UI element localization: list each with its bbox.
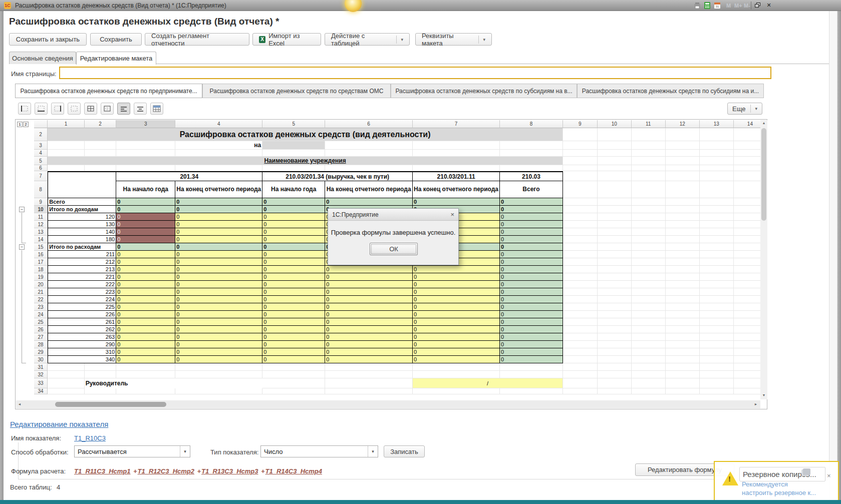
grid-cell[interactable]: 0 [500,348,563,356]
row-header[interactable]: 31 [34,363,48,371]
grid-cell[interactable] [632,181,666,198]
grid-cell[interactable] [700,157,734,165]
grid-cell[interactable]: 0 [500,221,563,228]
grid-cell[interactable] [632,228,666,236]
grid-cell[interactable] [598,213,632,221]
column-header[interactable]: 13 [700,120,734,128]
grid-cell[interactable]: 0 [262,228,325,236]
grid-cell[interactable] [666,363,700,371]
import-excel-button[interactable]: X Импорт из Excel [252,33,321,46]
row-header[interactable]: 8 [34,181,48,198]
period-header-cell[interactable]: На конец отчетного периода [325,181,413,198]
grid-cell[interactable] [500,371,563,378]
restore-window-button[interactable] [754,2,762,9]
grid-cell[interactable]: 0 [175,258,262,266]
grid-cell[interactable]: 0 [175,348,262,356]
grid-cell[interactable] [700,378,734,388]
grid-cell[interactable] [598,236,632,243]
vertical-scroll-thumb[interactable] [761,128,766,221]
grid-cell[interactable] [666,378,700,388]
grid-cell[interactable]: 0 [262,341,325,348]
grid-cell[interactable] [175,363,262,371]
column-header[interactable]: 3 [116,120,175,128]
column-header[interactable]: 10 [598,120,632,128]
grid-cell[interactable] [563,150,598,157]
grid-cell[interactable] [666,266,700,273]
row-header[interactable]: 5 [34,157,48,165]
column-header[interactable]: 2 [85,120,117,128]
backup-notification-title[interactable]: Резервное копиров... [739,467,825,481]
grid-cell[interactable]: 0 [175,326,262,333]
period-header-cell[interactable]: На начало года [262,181,325,198]
column-header[interactable]: 1 [48,120,84,128]
grid-cell[interactable] [563,288,598,296]
grid-cell[interactable]: 0 [262,221,325,228]
grid-cell[interactable]: 0 [262,236,325,243]
grid-cell[interactable] [175,165,262,171]
grid-cell[interactable] [700,356,734,363]
grid-cell[interactable] [632,213,666,221]
grid-cell[interactable] [598,243,632,251]
grid-cell[interactable] [563,171,598,181]
grid-cell[interactable] [598,128,632,141]
grid-cell[interactable]: 0 [175,303,262,311]
grid-cell[interactable]: 0 [175,198,262,206]
grid-cell[interactable] [632,363,666,371]
row-header[interactable]: 33 [34,378,48,388]
grid-cell[interactable] [700,326,734,333]
grid-cell[interactable] [262,378,325,388]
row-header[interactable]: 34 [34,388,48,394]
grid-cell[interactable] [563,363,598,371]
grid-cell[interactable] [666,181,700,198]
grid-cell[interactable] [700,213,734,221]
horizontal-scrollbar[interactable]: ◄ ► [16,400,760,408]
grid-cell[interactable]: 0 [500,198,563,206]
period-header-cell[interactable]: На начало года [116,181,175,198]
grid-cell[interactable]: 0 [262,206,325,213]
align-left-button[interactable] [117,103,130,115]
grid-cell[interactable] [175,150,262,157]
signature-cell[interactable]: / [413,378,563,388]
grid-cell[interactable] [666,273,700,281]
grid-cell[interactable] [632,303,666,311]
grid-cell[interactable] [563,303,598,311]
row-label[interactable]: 224 [48,296,116,303]
grid-cell[interactable]: 0 [116,281,175,288]
grid-cell[interactable] [700,388,734,394]
grid-cell[interactable] [500,363,563,371]
grid-cell[interactable] [632,326,666,333]
grid-cell[interactable] [563,326,598,333]
grid-cell[interactable] [48,165,84,171]
grid-cell[interactable] [563,251,598,258]
grid-cell[interactable] [598,333,632,341]
row-label[interactable]: 310 [48,348,116,356]
scroll-left-icon[interactable]: ◄ [17,402,22,406]
grid-cell[interactable]: 0 [116,258,175,266]
grid-cell[interactable] [666,356,700,363]
grid-cell[interactable]: 0 [175,311,262,318]
row-header[interactable]: 21 [34,288,48,296]
grid-cell[interactable]: 0 [116,333,175,341]
grid-cell[interactable] [700,281,734,288]
grid-cell[interactable] [325,150,413,157]
grid-cell[interactable]: 0 [116,296,175,303]
write-button[interactable]: Записать [384,445,425,457]
grid-cell[interactable] [598,341,632,348]
row-header[interactable]: 28 [34,341,48,348]
column-header[interactable]: 6 [325,120,413,128]
grid-cell[interactable]: 0 [116,228,175,236]
row-label[interactable]: Итого по доходам [48,206,116,213]
grid-cell[interactable] [666,296,700,303]
grid-cell[interactable]: 0 [116,288,175,296]
grid-cell[interactable]: 0 [175,333,262,341]
grid-cell[interactable] [598,303,632,311]
grid-cell[interactable]: 0 [262,213,325,221]
grid-cell[interactable] [598,228,632,236]
grid-cell[interactable] [666,333,700,341]
grid-cell[interactable]: 0 [413,303,500,311]
grid-cell[interactable]: 0 [413,348,500,356]
grid-cell[interactable] [85,371,117,378]
row-label[interactable]: 130 [48,221,116,228]
grid-cell[interactable]: 0 [325,333,413,341]
row-label[interactable]: 262 [48,326,116,333]
